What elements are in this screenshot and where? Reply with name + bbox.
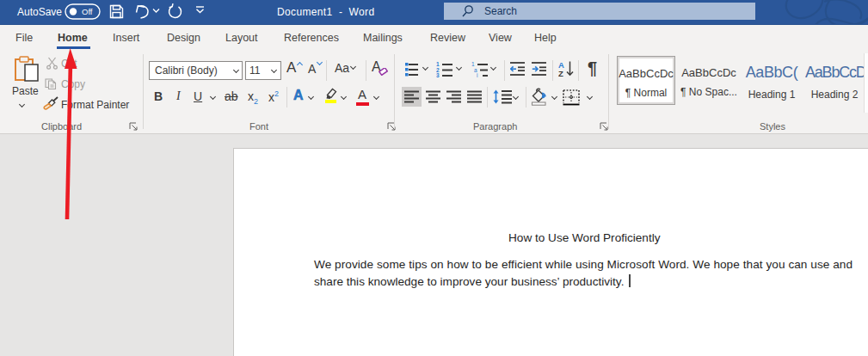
svg-text:Z: Z bbox=[558, 69, 563, 78]
svg-text:i: i bbox=[477, 72, 477, 77]
svg-text:Off: Off bbox=[82, 7, 93, 16]
svg-text:3: 3 bbox=[436, 72, 440, 77]
